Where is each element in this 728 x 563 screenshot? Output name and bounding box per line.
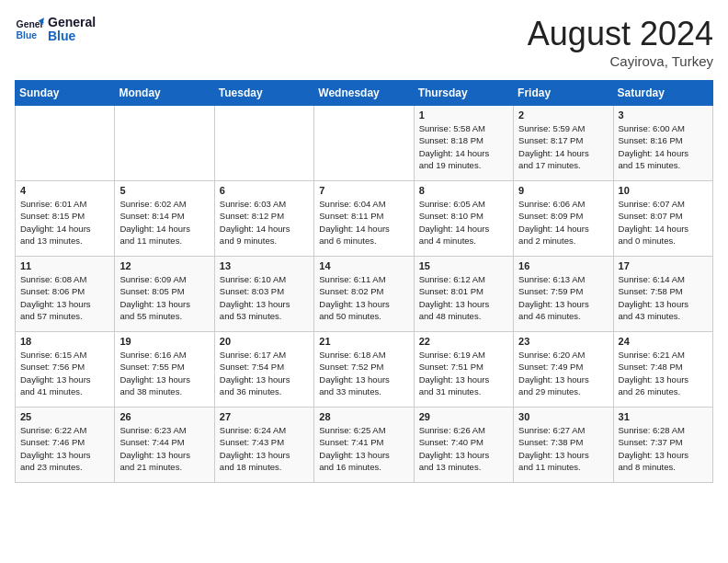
day-cell: 22Sunrise: 6:19 AM Sunset: 7:51 PM Dayli… [414,332,513,408]
day-number: 27 [220,411,309,422]
day-number: 7 [319,185,408,196]
day-cell: 15Sunrise: 6:12 AM Sunset: 8:01 PM Dayli… [414,257,513,332]
logo-icon: General Blue [15,15,44,44]
week-row-4: 18Sunrise: 6:15 AM Sunset: 7:56 PM Dayli… [16,332,713,408]
day-cell: 4Sunrise: 6:01 AM Sunset: 8:15 PM Daylig… [16,181,115,257]
day-cell: 16Sunrise: 6:13 AM Sunset: 7:59 PM Dayli… [514,257,613,332]
day-info: Sunrise: 6:22 AM Sunset: 7:46 PM Dayligh… [20,424,109,473]
week-row-2: 4Sunrise: 6:01 AM Sunset: 8:15 PM Daylig… [16,181,713,257]
day-cell: 28Sunrise: 6:25 AM Sunset: 7:41 PM Dayli… [314,408,414,483]
day-number: 24 [619,336,708,347]
day-number: 28 [319,411,408,422]
day-info: Sunrise: 6:14 AM Sunset: 7:58 PM Dayligh… [619,273,708,322]
day-info: Sunrise: 6:24 AM Sunset: 7:43 PM Dayligh… [220,424,309,473]
day-cell: 23Sunrise: 6:20 AM Sunset: 7:49 PM Dayli… [514,332,613,408]
day-cell: 1Sunrise: 5:58 AM Sunset: 8:18 PM Daylig… [414,106,513,181]
day-info: Sunrise: 6:07 AM Sunset: 8:07 PM Dayligh… [619,198,708,247]
day-number: 3 [619,109,708,121]
day-info: Sunrise: 6:25 AM Sunset: 7:41 PM Dayligh… [319,424,408,473]
day-info: Sunrise: 6:04 AM Sunset: 8:11 PM Dayligh… [319,198,408,247]
day-number: 16 [518,260,608,271]
weekday-header-row: SundayMondayTuesdayWednesdayThursdayFrid… [16,81,713,106]
day-cell [115,106,214,181]
day-number: 5 [119,185,209,196]
day-number: 31 [619,411,708,422]
day-info: Sunrise: 6:06 AM Sunset: 8:09 PM Dayligh… [518,198,608,247]
week-row-1: 1Sunrise: 5:58 AM Sunset: 8:18 PM Daylig… [16,106,713,181]
day-info: Sunrise: 6:15 AM Sunset: 7:56 PM Dayligh… [20,349,109,397]
day-number: 22 [419,336,508,347]
day-info: Sunrise: 6:03 AM Sunset: 8:12 PM Dayligh… [220,198,309,247]
day-number: 6 [220,185,309,196]
day-info: Sunrise: 6:00 AM Sunset: 8:16 PM Dayligh… [619,122,708,171]
day-number: 29 [419,411,508,422]
day-info: Sunrise: 6:09 AM Sunset: 8:05 PM Dayligh… [119,273,209,322]
day-number: 15 [419,260,508,271]
day-number: 30 [518,411,608,422]
logo-line2: Blue [48,29,96,43]
day-cell [314,106,414,181]
week-row-3: 11Sunrise: 6:08 AM Sunset: 8:06 PM Dayli… [16,257,713,332]
day-cell: 18Sunrise: 6:15 AM Sunset: 7:56 PM Dayli… [16,332,115,408]
day-cell: 13Sunrise: 6:10 AM Sunset: 8:03 PM Dayli… [214,257,313,332]
day-number: 11 [20,260,109,271]
day-cell: 24Sunrise: 6:21 AM Sunset: 7:48 PM Dayli… [613,332,712,408]
day-info: Sunrise: 6:11 AM Sunset: 8:02 PM Dayligh… [319,273,408,322]
day-info: Sunrise: 6:12 AM Sunset: 8:01 PM Dayligh… [419,273,508,322]
weekday-header-tuesday: Tuesday [214,81,313,106]
day-info: Sunrise: 6:27 AM Sunset: 7:38 PM Dayligh… [518,424,608,473]
day-info: Sunrise: 6:19 AM Sunset: 7:51 PM Dayligh… [419,349,508,397]
calendar-table: SundayMondayTuesdayWednesdayThursdayFrid… [15,80,713,483]
day-number: 21 [319,336,408,347]
day-number: 19 [119,336,209,347]
day-cell: 27Sunrise: 6:24 AM Sunset: 7:43 PM Dayli… [214,408,313,483]
day-number: 10 [619,185,708,196]
weekday-header-saturday: Saturday [613,81,712,106]
day-number: 20 [220,336,309,347]
day-cell: 29Sunrise: 6:26 AM Sunset: 7:40 PM Dayli… [414,408,513,483]
day-cell: 12Sunrise: 6:09 AM Sunset: 8:05 PM Dayli… [115,257,214,332]
day-info: Sunrise: 6:02 AM Sunset: 8:14 PM Dayligh… [119,198,209,247]
day-cell: 25Sunrise: 6:22 AM Sunset: 7:46 PM Dayli… [16,408,115,483]
day-info: Sunrise: 6:10 AM Sunset: 8:03 PM Dayligh… [220,273,309,322]
day-cell: 31Sunrise: 6:28 AM Sunset: 7:37 PM Dayli… [613,408,712,483]
day-cell: 9Sunrise: 6:06 AM Sunset: 8:09 PM Daylig… [514,181,613,257]
day-number: 26 [119,411,209,422]
day-cell: 14Sunrise: 6:11 AM Sunset: 8:02 PM Dayli… [314,257,414,332]
logo: General Blue General Blue [15,15,96,44]
day-number: 2 [518,109,608,121]
weekday-header-wednesday: Wednesday [314,81,414,106]
day-info: Sunrise: 6:26 AM Sunset: 7:40 PM Dayligh… [419,424,508,473]
day-number: 23 [518,336,608,347]
day-info: Sunrise: 6:28 AM Sunset: 7:37 PM Dayligh… [619,424,708,473]
page-header: General Blue General Blue August 2024 Ca… [15,15,713,69]
calendar-title: August 2024 [528,15,713,53]
day-number: 25 [20,411,109,422]
weekday-header-monday: Monday [115,81,214,106]
weekday-header-friday: Friday [514,81,613,106]
day-number: 9 [518,185,608,196]
day-cell [16,106,115,181]
day-cell: 3Sunrise: 6:00 AM Sunset: 8:16 PM Daylig… [613,106,712,181]
svg-text:Blue: Blue [17,30,38,40]
day-cell: 5Sunrise: 6:02 AM Sunset: 8:14 PM Daylig… [115,181,214,257]
week-row-5: 25Sunrise: 6:22 AM Sunset: 7:46 PM Dayli… [16,408,713,483]
day-number: 12 [119,260,209,271]
day-cell: 21Sunrise: 6:18 AM Sunset: 7:52 PM Dayli… [314,332,414,408]
day-info: Sunrise: 6:18 AM Sunset: 7:52 PM Dayligh… [319,349,408,397]
day-cell: 30Sunrise: 6:27 AM Sunset: 7:38 PM Dayli… [514,408,613,483]
day-number: 13 [220,260,309,271]
day-cell: 7Sunrise: 6:04 AM Sunset: 8:11 PM Daylig… [314,181,414,257]
day-cell: 6Sunrise: 6:03 AM Sunset: 8:12 PM Daylig… [214,181,313,257]
day-number: 8 [419,185,508,196]
day-cell: 20Sunrise: 6:17 AM Sunset: 7:54 PM Dayli… [214,332,313,408]
day-number: 1 [419,109,508,121]
day-cell: 17Sunrise: 6:14 AM Sunset: 7:58 PM Dayli… [613,257,712,332]
day-cell: 26Sunrise: 6:23 AM Sunset: 7:44 PM Dayli… [115,408,214,483]
weekday-header-sunday: Sunday [16,81,115,106]
day-info: Sunrise: 6:21 AM Sunset: 7:48 PM Dayligh… [619,349,708,397]
day-cell: 2Sunrise: 5:59 AM Sunset: 8:17 PM Daylig… [514,106,613,181]
day-cell: 11Sunrise: 6:08 AM Sunset: 8:06 PM Dayli… [16,257,115,332]
calendar-subtitle: Cayirova, Turkey [528,53,713,69]
day-info: Sunrise: 6:13 AM Sunset: 7:59 PM Dayligh… [518,273,608,322]
